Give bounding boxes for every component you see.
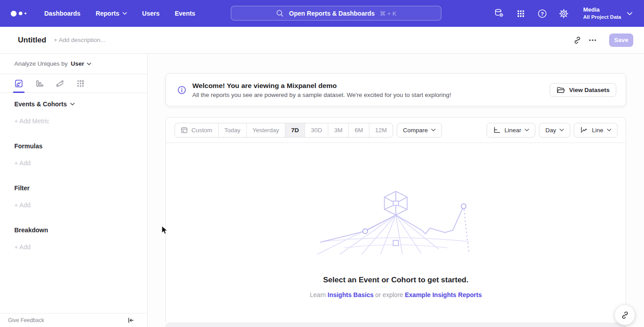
chevron-down-icon	[431, 129, 436, 131]
analyze-by-value: User	[71, 60, 84, 67]
scale-selector[interactable]: Linear	[487, 123, 536, 138]
date-range-12m[interactable]: 12M	[369, 123, 393, 137]
calendar-icon	[181, 126, 188, 134]
project-selector[interactable]: Media All Project Data	[583, 6, 632, 21]
empty-state-title: Select an Event or Cohort to get started…	[323, 276, 469, 285]
search-icon	[275, 9, 284, 17]
analyze-by-label: Analyze Uniques by	[14, 60, 68, 67]
hint-prefix: Learn	[310, 291, 326, 298]
events-cohorts-label: Events & Cohorts	[14, 101, 67, 108]
folder-icon	[556, 86, 565, 94]
chevron-down-icon	[607, 129, 611, 131]
collapse-left-icon	[127, 316, 135, 324]
nav-reports[interactable]: Reports	[96, 10, 127, 17]
chevron-down-icon	[123, 12, 127, 15]
filter-header: Filter	[14, 184, 133, 192]
linear-axis-icon	[493, 126, 501, 134]
tab-insights-line-chart[interactable]	[14, 74, 23, 93]
save-button[interactable]: Save	[609, 34, 633, 47]
events-cohorts-header[interactable]: Events & Cohorts	[14, 101, 133, 108]
nav-dashboards[interactable]: Dashboards	[44, 10, 80, 17]
grid-dots-icon	[76, 79, 85, 88]
chart-type-selector[interactable]: Line	[574, 123, 618, 138]
chevron-down-icon	[627, 12, 632, 15]
link-icon	[573, 36, 582, 45]
next-card-peek	[165, 323, 626, 327]
give-feedback-link[interactable]: Give Feedback	[8, 317, 44, 323]
view-datasets-button[interactable]: View Datasets	[550, 83, 616, 97]
add-description-field[interactable]: + Add description...	[54, 37, 105, 43]
bar-chart-icon	[35, 79, 44, 88]
share-link-fab[interactable]	[614, 305, 635, 325]
mixpanel-app: Dashboards Reports Users Events Open Rep…	[0, 0, 644, 327]
svg-text:?: ?	[540, 11, 543, 16]
analyze-by-selector[interactable]: User	[71, 60, 91, 67]
banner-subtitle: All the reports you see are powered by a…	[192, 92, 550, 98]
insights-chart-card: Custom Today Yesterday 7D 30D 3M 6M 12M …	[165, 117, 626, 323]
view-datasets-label: View Datasets	[569, 87, 610, 93]
date-range-today[interactable]: Today	[218, 123, 246, 137]
nav-users[interactable]: Users	[142, 10, 160, 17]
ellipsis-icon	[588, 39, 597, 42]
global-search-input[interactable]: Open Reports & Dashboards ⌘ + K	[231, 6, 441, 21]
line-chart-icon	[14, 79, 23, 88]
formulas-label: Formulas	[14, 143, 42, 150]
chevron-down-icon	[525, 129, 529, 131]
interval-label: Day	[545, 127, 556, 134]
line-chart-icon	[580, 126, 588, 134]
top-nav: Dashboards Reports Users Events Open Rep…	[0, 0, 644, 27]
date-range-30d[interactable]: 30D	[305, 123, 328, 137]
chart-controls: Custom Today Yesterday 7D 30D 3M 6M 12M …	[166, 117, 626, 143]
chevron-down-icon	[70, 103, 75, 105]
search-placeholder: Open Reports & Dashboards	[289, 10, 374, 17]
chart-type-tabs	[0, 74, 147, 93]
date-range-6m[interactable]: 6M	[348, 123, 369, 137]
settings-gear-icon[interactable]	[558, 8, 569, 19]
more-options-button[interactable]	[585, 33, 600, 48]
empty-state-illustration	[313, 189, 479, 255]
interval-selector[interactable]: Day	[539, 123, 570, 138]
info-icon	[178, 86, 186, 94]
hint-middle: or explore	[375, 291, 403, 298]
copy-link-button[interactable]	[570, 33, 585, 48]
project-name: Media	[583, 6, 621, 14]
apps-grid-icon[interactable]	[515, 8, 526, 19]
filter-label: Filter	[14, 184, 30, 192]
report-header: Untitled + Add description... Save	[0, 27, 644, 54]
compare-button[interactable]: Compare	[397, 123, 442, 138]
date-range-custom-label: Custom	[191, 127, 212, 134]
chart-type-label: Line	[592, 127, 603, 134]
chevron-down-icon	[559, 129, 564, 131]
nav-reports-label: Reports	[96, 10, 119, 17]
date-range-custom[interactable]: Custom	[175, 123, 218, 137]
compare-label: Compare	[403, 127, 428, 134]
add-filter-button[interactable]: + Add	[14, 201, 133, 209]
formulas-header: Formulas	[14, 143, 133, 150]
insights-basics-link[interactable]: Insights Basics	[328, 291, 374, 298]
mixpanel-logo-icon[interactable]	[11, 11, 26, 17]
date-range-selector: Custom Today Yesterday 7D 30D 3M 6M 12M	[174, 123, 393, 138]
help-icon[interactable]: ?	[537, 8, 547, 19]
report-canvas: Welcome! You are viewing a Mixpanel demo…	[148, 54, 644, 327]
add-formula-button[interactable]: + Add	[14, 159, 133, 167]
search-shortcut: ⌘ + K	[380, 10, 397, 17]
tab-grid-metrics[interactable]	[76, 74, 85, 93]
tab-flow[interactable]	[55, 74, 64, 93]
demo-welcome-banner: Welcome! You are viewing a Mixpanel demo…	[165, 73, 626, 106]
banner-title: Welcome! You are viewing a Mixpanel demo	[192, 82, 550, 90]
chevron-down-icon	[87, 63, 91, 65]
report-title[interactable]: Untitled	[18, 36, 46, 45]
collapse-sidebar-button[interactable]	[127, 316, 135, 324]
add-metric-button[interactable]: + Add Metric	[14, 117, 133, 125]
project-scope: All Project Data	[583, 14, 621, 21]
link-icon	[620, 310, 630, 320]
date-range-7d[interactable]: 7D	[285, 123, 305, 137]
tab-bar-chart[interactable]	[35, 74, 44, 93]
example-insights-reports-link[interactable]: Example Insights Reports	[405, 291, 482, 298]
breakdown-label: Breakdown	[14, 226, 48, 234]
add-breakdown-button[interactable]: + Add	[14, 243, 133, 251]
nav-events[interactable]: Events	[175, 10, 195, 17]
date-range-3m[interactable]: 3M	[328, 123, 348, 137]
data-management-icon[interactable]	[494, 8, 504, 19]
date-range-yesterday[interactable]: Yesterday	[246, 123, 285, 137]
